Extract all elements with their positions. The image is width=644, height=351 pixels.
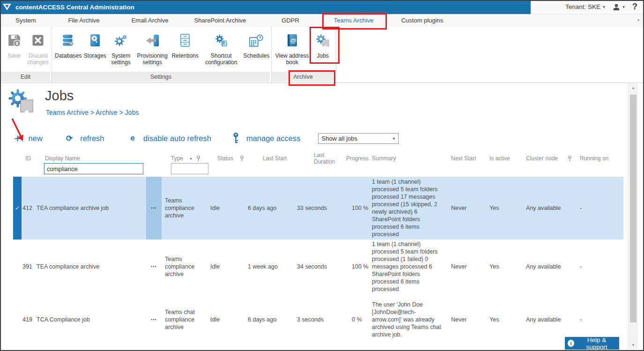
filter-pin-icon[interactable] xyxy=(568,156,572,162)
help-support-label: Help & support xyxy=(577,336,616,351)
chevron-down-icon: ▾ xyxy=(603,4,605,9)
help-support-button[interactable]: i Help & support xyxy=(565,337,619,350)
filter-row xyxy=(13,162,623,177)
type-filter-input[interactable] xyxy=(171,163,208,174)
cell-summary: 1 team (1 channel) processed 5 team fold… xyxy=(369,239,447,293)
user-icon xyxy=(613,3,620,11)
jobs-button[interactable]: Jobs xyxy=(311,29,335,60)
system-settings-icon xyxy=(114,29,128,52)
row-select-strip[interactable]: ✓ xyxy=(13,177,22,239)
storages-button[interactable]: Storages xyxy=(82,29,107,60)
ribbon-group-archive: @ View address book Jobs Archive xyxy=(272,27,336,82)
annotation-arrow xyxy=(9,117,27,144)
tab-file-archive[interactable]: File Archive xyxy=(52,14,116,27)
cell-progress: 100 % xyxy=(345,177,369,239)
cell-type: Teams chat compliance archive xyxy=(162,293,206,346)
cell-next-start: Never xyxy=(447,239,485,293)
scroll-thumb[interactable] xyxy=(630,95,637,322)
tab-custom-plugins[interactable]: Custom plugins xyxy=(383,14,461,27)
page-title: Jobs xyxy=(45,88,74,104)
tab-email-archive[interactable]: Email Archive xyxy=(116,14,184,27)
system-settings-button[interactable]: System settings xyxy=(108,29,134,66)
ribbon-caption-edit: Edit xyxy=(1,72,50,82)
cell-display-name: TCA Compliance job xyxy=(37,293,146,346)
main-content: Jobs Teams Archive > Archive > Jobs + ne… xyxy=(0,83,644,350)
filter-pin-icon[interactable] xyxy=(240,156,244,162)
save-icon xyxy=(7,29,21,52)
tab-sharepoint-archive[interactable]: SharePoint Archive xyxy=(184,14,257,27)
cell-running-on: - xyxy=(577,177,623,239)
cell-display-name: TEA compliance archive xyxy=(37,239,146,293)
provisioning-settings-button[interactable]: Provisioning settings xyxy=(134,29,170,66)
row-select-strip[interactable] xyxy=(13,293,22,346)
save-button[interactable]: Save xyxy=(3,29,25,60)
retentions-button[interactable]: Retentions xyxy=(170,29,200,60)
cell-is-active: Yes xyxy=(485,177,522,239)
schedules-button[interactable]: Schedules xyxy=(243,29,270,60)
row-menu-button[interactable]: ••• xyxy=(146,239,162,293)
info-icon: i xyxy=(568,340,574,347)
shortcut-configuration-icon xyxy=(215,29,228,52)
help-icon[interactable]: ? xyxy=(632,2,637,12)
ribbon-caption-archive: Archive xyxy=(272,72,334,82)
jobs-page-icon xyxy=(7,88,35,114)
row-menu-button[interactable]: ••• xyxy=(146,293,162,346)
toolbar: + new ⟳ refresh e disable auto refresh m… xyxy=(14,132,399,145)
discard-changes-button[interactable]: Discard changes xyxy=(25,29,51,66)
filter-pin-icon[interactable] xyxy=(196,156,200,162)
vertical-scrollbar[interactable]: ▲ ▼ xyxy=(628,83,638,349)
table-row[interactable]: 391 TEA compliance archive ••• Teams com… xyxy=(13,239,623,293)
tab-system[interactable]: System xyxy=(0,14,52,27)
row-menu-button[interactable]: ••• xyxy=(146,177,162,239)
ribbon-button-label: Save xyxy=(7,53,20,60)
cell-last-start: 6 days ago xyxy=(246,293,295,346)
databases-button[interactable]: Databases xyxy=(54,29,82,60)
refresh-button[interactable]: refresh xyxy=(80,134,104,143)
display-name-filter-input[interactable] xyxy=(44,163,143,174)
topbar-user-area: Tenant: SKE ▾ ▾ ? xyxy=(531,0,644,14)
user-menu[interactable]: ▾ xyxy=(613,3,625,11)
ribbon-button-label: Discard changes xyxy=(25,53,51,66)
tab-gdpr[interactable]: GDPR xyxy=(257,14,324,27)
jobs-filter-dropdown[interactable]: Show all jobs ▾ xyxy=(318,133,399,144)
ribbon-button-label: Databases xyxy=(55,53,81,60)
table-row[interactable]: ✓ 412 TEA compliance archive job ••• Tea… xyxy=(13,177,623,239)
at-glyph: @ xyxy=(290,37,296,44)
scroll-up-button[interactable]: ▲ xyxy=(629,83,638,92)
ribbon-caption-settings: Settings xyxy=(52,72,270,82)
refresh-icon[interactable]: ⟳ xyxy=(66,134,73,143)
sort-caret-icon[interactable]: ▾ xyxy=(190,156,192,161)
breadcrumb[interactable]: Teams Archive > Archive > Jobs xyxy=(46,109,139,116)
jobs-table: ID Display Name Type ▾ Status Last Star xyxy=(13,152,623,346)
disable-auto-refresh-button[interactable]: disable auto refresh xyxy=(143,134,211,143)
manage-access-button[interactable]: manage access xyxy=(246,134,301,143)
cell-last-duration: 34 seconds xyxy=(295,239,345,293)
retentions-icon xyxy=(179,29,191,52)
new-button[interactable]: new xyxy=(29,134,43,143)
tab-teams-archive[interactable]: Teams Archive xyxy=(324,14,383,27)
ribbon-button-label: Provisioning settings xyxy=(134,53,170,66)
ribbon-group-settings: Databases Storages xyxy=(52,27,272,82)
table-row[interactable]: 419 TCA Compliance job ••• Teams chat co… xyxy=(13,293,623,346)
view-address-book-button[interactable]: @ View address book xyxy=(274,29,311,66)
row-select-strip[interactable] xyxy=(13,239,22,293)
scroll-down-button[interactable]: ▼ xyxy=(629,341,638,349)
ellipsis-icon: ••• xyxy=(151,263,156,270)
cell-id: 391 xyxy=(22,239,37,293)
ribbon: Save Discard changes Edit xyxy=(0,27,644,83)
schedules-icon xyxy=(249,29,263,52)
col-header-label: Status xyxy=(217,155,233,162)
cell-next-start: Never xyxy=(447,293,485,346)
cell-is-active: Yes xyxy=(485,293,522,346)
cell-running-on: - xyxy=(577,239,623,293)
ribbon-button-label: Storages xyxy=(84,53,106,60)
ribbon-collapse-icon[interactable]: ▴ xyxy=(637,17,642,22)
cell-status: Idle xyxy=(206,293,246,346)
shortcut-configuration-button[interactable]: Shortcut configuration xyxy=(200,29,243,66)
tenant-label: Tenant: SKE xyxy=(565,3,600,10)
tenant-selector[interactable]: Tenant: SKE ▾ xyxy=(565,3,605,10)
jobs-filter-value: Show all jobs xyxy=(321,135,357,142)
cell-last-duration: 3 seconds xyxy=(295,293,345,346)
ribbon-button-label: Retentions xyxy=(172,53,199,60)
auto-refresh-icon[interactable]: e xyxy=(131,134,135,143)
